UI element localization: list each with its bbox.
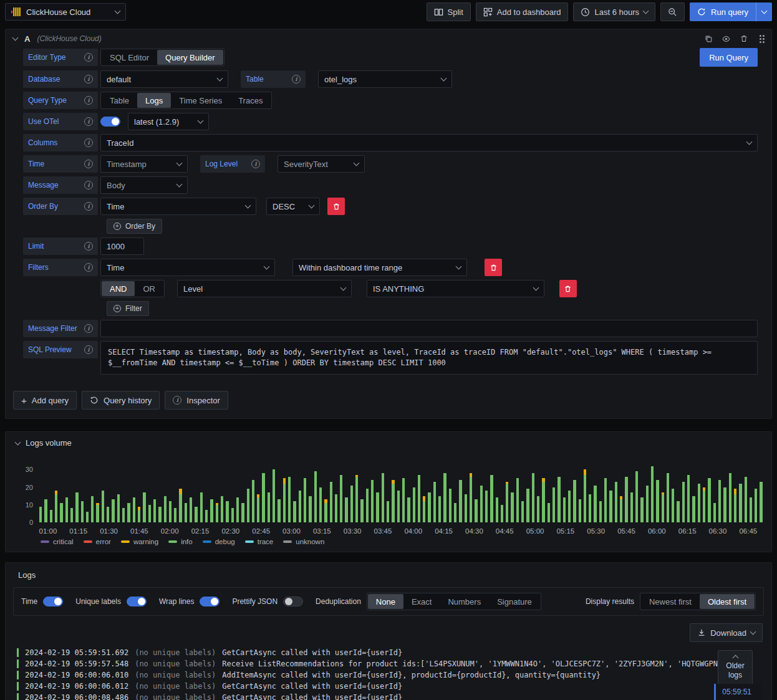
table-select[interactable]: otel_logs [318, 70, 452, 88]
info-icon[interactable]: i [84, 324, 93, 333]
option-exact[interactable]: Exact [403, 594, 440, 609]
info-icon[interactable]: i [84, 75, 93, 84]
option-logs[interactable]: Logs [137, 93, 171, 108]
hide-query-eye-icon[interactable] [722, 34, 731, 44]
x-tick-label: 05:00 [526, 527, 544, 535]
split-button[interactable]: Split [427, 2, 471, 21]
option-table[interactable]: Table [102, 93, 137, 108]
logs-volume-header[interactable]: Logs volume [14, 438, 763, 448]
option-sql-editor[interactable]: SQL Editor [102, 50, 157, 65]
log-level-select[interactable]: SeverityText [278, 155, 365, 173]
columns-multiselect[interactable]: TraceId [100, 134, 758, 151]
info-icon[interactable]: i [84, 96, 93, 105]
log-row[interactable]: 2024-02-19 05:59:51.692(no unique labels… [13, 647, 764, 658]
plus-icon: + [21, 396, 27, 405]
order-by-direction-select[interactable]: DESC [266, 198, 320, 215]
download-button[interactable]: Download [690, 623, 763, 642]
time-range-picker[interactable]: Last 6 hours [573, 2, 655, 21]
older-logs-button[interactable]: Older logs [718, 650, 753, 685]
info-icon[interactable]: i [251, 160, 260, 168]
option-numbers[interactable]: Numbers [440, 594, 489, 609]
legend-item-error[interactable]: error [84, 538, 111, 545]
chevron-up-icon [732, 655, 738, 661]
option-signature[interactable]: Signature [489, 594, 540, 609]
info-icon[interactable]: i [84, 138, 93, 147]
volume-bar [91, 463, 94, 522]
option-and[interactable]: AND [102, 281, 135, 296]
info-icon[interactable]: i [84, 242, 93, 251]
time-column-select[interactable]: Timestamp [100, 155, 188, 173]
time-toggle[interactable] [43, 597, 63, 607]
add-filter-button[interactable]: + Filter [107, 301, 149, 316]
info-icon[interactable]: i [84, 202, 93, 211]
remove-query-trash-icon[interactable] [740, 34, 748, 43]
x-tick-label: 05:30 [587, 527, 605, 535]
filter-operator-select[interactable]: Within dashboard time range [292, 259, 467, 276]
unique-labels-toggle[interactable] [127, 597, 147, 607]
database-select[interactable]: default [100, 70, 228, 88]
info-icon[interactable]: i [84, 160, 93, 168]
drag-handle-icon[interactable] [757, 35, 764, 43]
legend-item-unknown[interactable]: unknown [283, 538, 324, 545]
info-icon[interactable]: i [84, 117, 93, 126]
prettify-json-toggle[interactable] [283, 597, 303, 607]
remove-filter-button[interactable] [485, 259, 502, 276]
limit-input[interactable] [100, 237, 144, 255]
remove-order-by-button[interactable] [327, 198, 345, 215]
legend-item-critical[interactable]: critical [41, 538, 74, 545]
volume-bar [262, 463, 264, 522]
info-icon[interactable]: i [84, 53, 93, 62]
log-timestamp: 2024-02-19 05:59:51.692 [25, 647, 128, 658]
option-query-builder[interactable]: Query Builder [157, 50, 223, 65]
legend-item-trace[interactable]: trace [245, 538, 274, 545]
wrap-lines-toggle[interactable] [200, 597, 220, 607]
order-by-field-select[interactable]: Time [100, 198, 256, 215]
filter2-operator-select[interactable]: IS ANYTHING [367, 280, 544, 297]
option-traces[interactable]: Traces [230, 93, 271, 108]
option-or[interactable]: OR [135, 281, 163, 296]
otel-version-select[interactable]: latest (1.2.9) [128, 113, 209, 130]
collapse-chevron-icon[interactable] [12, 35, 19, 41]
message-filter-input[interactable] [100, 320, 758, 337]
filter-field-select[interactable]: Time [100, 259, 275, 276]
query-history-button[interactable]: Query history [82, 391, 160, 410]
option-oldest-first[interactable]: Oldest first [700, 594, 755, 609]
legend-item-debug[interactable]: debug [203, 538, 235, 545]
volume-bar [640, 463, 643, 522]
message-column-select[interactable]: Body [100, 176, 188, 194]
legend-item-info[interactable]: info [168, 538, 193, 545]
add-order-by-button[interactable]: + Order By [107, 219, 162, 234]
log-row[interactable]: 2024-02-19 06:00:08.486(no unique labels… [13, 692, 764, 700]
add-query-button[interactable]: + Add query [13, 391, 77, 410]
log-row[interactable]: 2024-02-19 06:00:06.010(no unique labels… [13, 669, 764, 681]
remove-filter2-button[interactable] [559, 280, 577, 297]
use-otel-toggle[interactable] [100, 117, 120, 127]
filter2-field-select[interactable]: Level [177, 280, 352, 297]
run-query-button[interactable]: Run query [690, 2, 756, 21]
run-query-dropdown-button[interactable] [756, 2, 772, 21]
add-to-dashboard-button[interactable]: Add to dashboard [476, 2, 569, 21]
datasource-picker[interactable]: ClickHouse Cloud [5, 3, 126, 21]
option-time-series[interactable]: Time Series [171, 93, 230, 108]
collapse-chevron-icon[interactable] [15, 439, 21, 445]
log-row[interactable]: 2024-02-19 06:00:06.012(no unique labels… [13, 681, 764, 692]
inspector-button[interactable]: i Inspector [165, 391, 228, 410]
log-row[interactable]: 2024-02-19 05:59:57.548(no unique labels… [13, 658, 764, 669]
option-none[interactable]: None [368, 594, 403, 609]
option-newest-first[interactable]: Newest first [641, 594, 700, 609]
x-tick-label: 06:00 [648, 527, 666, 535]
duplicate-query-icon[interactable] [704, 34, 713, 43]
split-icon [434, 7, 443, 17]
legend-item-warning[interactable]: warning [121, 538, 158, 545]
x-tick-label: 01:15 [69, 527, 87, 535]
info-icon[interactable]: i [292, 75, 301, 84]
info-icon[interactable]: i [84, 263, 93, 272]
volume-bar [698, 463, 700, 522]
info-icon[interactable]: i [84, 181, 93, 189]
volume-bar [257, 463, 259, 522]
logs-volume-bars[interactable] [39, 463, 763, 522]
zoom-out-button[interactable] [660, 2, 685, 21]
use-otel-row: Use OTel i latest (1.2.9) [23, 113, 758, 130]
info-icon[interactable]: i [84, 345, 93, 354]
run-query-editor-button[interactable]: Run Query [700, 48, 758, 67]
